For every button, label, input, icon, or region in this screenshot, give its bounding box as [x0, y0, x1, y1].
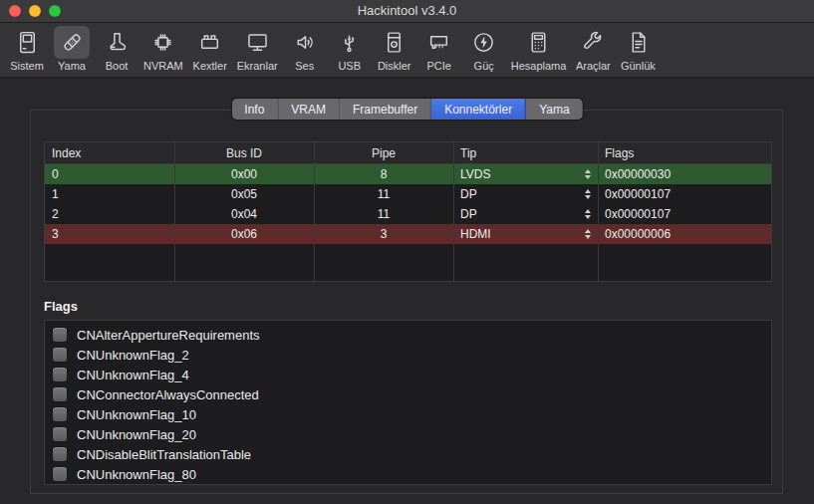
toolbar-icon-box — [192, 26, 228, 59]
popup-chevrons-icon — [585, 189, 591, 199]
flag-checkbox[interactable] — [53, 407, 67, 421]
cell-tip: LVDS — [453, 164, 598, 184]
connector-row[interactable]: 30x063HDMI0x00000006 — [45, 224, 771, 244]
tip-popup[interactable]: LVDS — [460, 167, 591, 181]
cell-tip: HDMI — [453, 224, 598, 244]
tab-framebuffer[interactable]: Framebuffer — [340, 99, 431, 120]
toolbar-item-yama[interactable]: Yama — [50, 26, 94, 72]
toolbar-item-ekranlar[interactable]: Ekranlar — [233, 26, 282, 72]
toolbar-item-label: NVRAM — [143, 60, 183, 72]
toolbar-item-guc[interactable]: Güç — [462, 26, 506, 72]
toolbar-item-nvram[interactable]: NVRAM — [139, 26, 187, 72]
flag-label: CNAlterAppertureRequirements — [77, 328, 260, 343]
toolbar-item-kextler[interactable]: Kextler — [188, 26, 232, 72]
flag-checkbox[interactable] — [53, 447, 67, 461]
tab-yama[interactable]: Yama — [526, 99, 582, 120]
toolbar-item-label: Araçlar — [576, 60, 611, 72]
flag-row: CNConnectorAlwaysConnected — [45, 384, 771, 404]
toolbar-item-sistem[interactable]: Sistem — [5, 26, 49, 72]
power-icon — [471, 30, 496, 55]
column-header-flags[interactable]: Flags — [598, 142, 771, 163]
cell-index: 1 — [45, 184, 174, 204]
flags-section-title: Flags — [44, 299, 78, 314]
hard-drive-icon — [382, 30, 407, 55]
flag-row: CNUnknownFlag_10 — [45, 404, 771, 424]
popup-chevrons-icon — [585, 169, 591, 179]
flag-checkbox[interactable] — [53, 348, 67, 362]
toolbar-item-ses[interactable]: Ses — [283, 26, 327, 72]
toolbar-item-label: Sistem — [10, 60, 44, 72]
toolbar-item-araclar[interactable]: Araçlar — [571, 26, 615, 72]
cell-pipe: 8 — [314, 164, 453, 184]
toolbar-item-label: Yama — [58, 60, 86, 72]
cell-index: 3 — [45, 224, 174, 244]
window-title: Hackintool v3.4.0 — [0, 0, 814, 22]
flag-row: CNAlterAppertureRequirements — [45, 325, 771, 345]
toolbar-item-label: Güç — [474, 60, 494, 72]
connectors-table: IndexBus IDPipeTipFlags 00x008LVDS0x0000… — [44, 141, 772, 282]
tip-popup[interactable]: DP — [460, 207, 591, 221]
toolbar-icon-box — [377, 26, 412, 59]
connector-row[interactable]: 20x0411DP0x00000107 — [45, 204, 771, 224]
cell-pipe: 11 — [314, 184, 453, 204]
popup-chevrons-icon — [585, 209, 591, 219]
cell-bus-id: 0x00 — [174, 164, 314, 184]
cell-flags: 0x00000006 — [598, 224, 771, 244]
toolbar-item-label: Günlük — [621, 60, 656, 72]
tip-popup[interactable]: HDMI — [460, 227, 591, 241]
toolbar-item-gunluk[interactable]: Günlük — [616, 26, 660, 72]
toolbar-icon-box — [421, 26, 457, 59]
toolbar-icon-box — [99, 26, 135, 59]
toolbar-item-label: Kextler — [193, 60, 227, 72]
speaker-icon — [292, 30, 317, 55]
memory-chip-icon — [150, 30, 175, 55]
column-header-tip[interactable]: Tip — [453, 142, 598, 163]
flag-row: CNUnknownFlag_20 — [45, 424, 771, 444]
column-header-pipe[interactable]: Pipe — [314, 142, 453, 163]
cell-flags: 0x00000030 — [598, 164, 771, 184]
toolbar-item-label: Ekranlar — [237, 60, 278, 72]
cell-pipe: 11 — [314, 204, 453, 224]
cell-bus-id: 0x06 — [174, 224, 314, 244]
column-header-index[interactable]: Index — [45, 142, 174, 163]
titlebar[interactable]: Hackintool v3.4.0 — [0, 0, 814, 23]
tab-vram[interactable]: VRAM — [278, 99, 340, 120]
tab-info[interactable]: Info — [231, 99, 278, 120]
tip-popup-value: DP — [460, 207, 477, 221]
flag-checkbox[interactable] — [53, 467, 67, 481]
toolbar-icon-box — [575, 26, 611, 59]
connector-row[interactable]: 00x008LVDS0x00000030 — [45, 164, 771, 184]
toolbar: SistemYamaBootNVRAMKextlerEkranlarSesUSB… — [0, 23, 814, 78]
toolbar-item-label: Boot — [106, 60, 129, 72]
flag-label: CNUnknownFlag_2 — [77, 348, 189, 363]
flag-checkbox[interactable] — [53, 427, 67, 441]
cell-tip: DP — [453, 184, 598, 204]
toolbar-item-hesaplama[interactable]: Hesaplama — [507, 26, 571, 72]
flag-checkbox[interactable] — [53, 387, 67, 401]
computer-icon — [15, 30, 40, 55]
tip-popup[interactable]: DP — [460, 187, 591, 201]
bandage-icon — [60, 30, 85, 55]
tab-bar: InfoVRAMFramebufferKonnektörlerYama — [231, 99, 582, 120]
flag-row: CNUnknownFlag_4 — [45, 365, 771, 384]
connector-row[interactable]: 10x0511DP0x00000107 — [45, 184, 771, 204]
flag-checkbox[interactable] — [53, 328, 67, 342]
flag-checkbox[interactable] — [53, 368, 67, 381]
flag-row: CNUnknownFlag_2 — [45, 345, 771, 365]
flag-label: CNUnknownFlag_80 — [77, 467, 196, 482]
wrench-icon — [581, 30, 606, 55]
toolbar-icon-box — [239, 26, 275, 59]
flag-label: CNUnknownFlag_10 — [77, 407, 196, 422]
toolbar-icon-box — [332, 26, 368, 59]
toolbar-item-pcie[interactable]: PCIe — [417, 26, 461, 72]
toolbar-item-usb[interactable]: USB — [328, 26, 372, 72]
tip-popup-value: LVDS — [460, 167, 490, 181]
toolbar-item-boot[interactable]: Boot — [95, 26, 138, 72]
column-header-bus-id[interactable]: Bus ID — [174, 142, 314, 163]
tab-konnektorler[interactable]: Konnektörler — [431, 99, 526, 120]
toolbar-item-label: Hesaplama — [511, 60, 567, 72]
toolbar-icon-box — [54, 26, 90, 59]
toolbar-item-label: Ses — [295, 60, 314, 72]
toolbar-item-diskler[interactable]: Diskler — [373, 26, 416, 72]
cell-pipe: 3 — [314, 224, 453, 244]
